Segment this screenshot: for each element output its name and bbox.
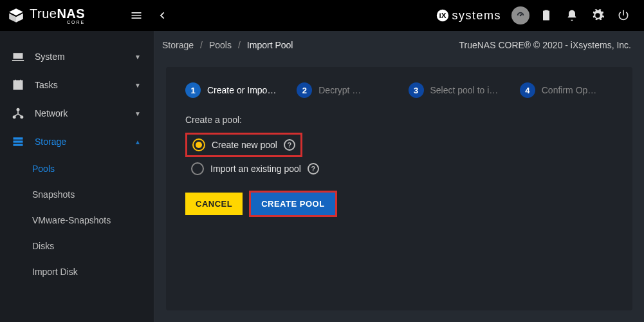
- sidebar: System ▼ Tasks ▼ Network ▼ Storage ▲ Poo…: [0, 31, 154, 322]
- chevron-left-icon: [157, 10, 167, 21]
- copyright-text: TrueNAS CORE® © 2020 - iXsystems, Inc.: [459, 40, 631, 50]
- truenas-logo-icon: [8, 7, 24, 24]
- sidebar-item-label: Tasks: [35, 80, 124, 90]
- breadcrumb-pools[interactable]: Pools: [209, 40, 232, 50]
- network-icon: [12, 107, 24, 120]
- step-badge: 1: [185, 82, 201, 98]
- notifications-button[interactable]: [559, 3, 585, 28]
- step-3[interactable]: 3 Select pool to i…: [409, 82, 502, 98]
- clipboard-icon: [540, 9, 553, 22]
- clipboard-button[interactable]: [533, 3, 559, 28]
- step-label: Confirm Op…: [542, 85, 597, 95]
- sidebar-subitem-vmware-snapshots[interactable]: VMware-Snapshots: [0, 207, 154, 233]
- chevron-down-icon: ▼: [134, 110, 141, 117]
- sidebar-item-label: Storage: [35, 137, 124, 147]
- back-button[interactable]: [149, 3, 175, 28]
- sidebar-item-network[interactable]: Network ▼: [0, 99, 154, 128]
- step-badge: 2: [297, 82, 312, 98]
- step-4[interactable]: 4 Confirm Op…: [520, 82, 613, 98]
- dashboard-button[interactable]: [508, 3, 533, 28]
- section-label: Create a pool:: [185, 115, 613, 125]
- brand-logo[interactable]: TrueNAS CORE: [8, 6, 85, 24]
- breadcrumb: Storage / Pools / Import Pool: [162, 40, 293, 50]
- step-badge: 3: [409, 82, 424, 98]
- main-content: Storage / Pools / Import Pool TrueNAS CO…: [154, 31, 644, 322]
- radio-input[interactable]: [191, 162, 204, 175]
- svg-point-5: [17, 108, 20, 111]
- ixsystems-logo[interactable]: iX systems: [436, 9, 501, 23]
- highlight-create-pool-button: CREATE POOL: [249, 191, 336, 217]
- highlight-create-option: Create new pool ?: [185, 133, 302, 157]
- sidebar-item-tasks[interactable]: Tasks ▼: [0, 71, 154, 99]
- storage-icon: [12, 135, 24, 148]
- sidebar-subitem-disks[interactable]: Disks: [0, 233, 154, 259]
- cancel-button[interactable]: CANCEL: [185, 193, 243, 215]
- step-label: Create or Impor…: [207, 85, 279, 95]
- breadcrumb-separator: /: [238, 40, 241, 50]
- step-1[interactable]: 1 Create or Impor…: [185, 82, 279, 98]
- calendar-icon: [12, 79, 24, 91]
- bell-icon: [566, 9, 578, 22]
- radio-label: Import an existing pool: [210, 164, 301, 174]
- power-icon: [617, 9, 630, 22]
- svg-rect-10: [14, 144, 23, 146]
- svg-rect-9: [14, 140, 23, 142]
- sidebar-subitem-pools[interactable]: Pools: [0, 156, 154, 182]
- radio-group: Create new pool ? Import an existing poo…: [185, 133, 613, 178]
- breadcrumb-separator: /: [200, 40, 203, 50]
- brand-text: TrueNAS CORE: [30, 6, 85, 24]
- breadcrumb-import-pool: Import Pool: [247, 40, 293, 50]
- topbar-actions: [508, 3, 636, 28]
- sidebar-item-system[interactable]: System ▼: [0, 43, 154, 71]
- breadcrumb-row: Storage / Pools / Import Pool TrueNAS CO…: [154, 31, 644, 59]
- create-pool-button[interactable]: CREATE POOL: [251, 193, 335, 215]
- sidebar-item-label: System: [35, 52, 124, 62]
- ix-logo-icon: iX: [436, 9, 449, 22]
- wizard-card: 1 Create or Impor… 2 Decrypt … 3 Select …: [166, 67, 632, 310]
- step-2[interactable]: 2 Decrypt …: [297, 82, 390, 98]
- step-badge: 4: [520, 82, 535, 98]
- topbar: TrueNAS CORE iX systems: [0, 0, 644, 31]
- svg-text:iX: iX: [439, 11, 446, 19]
- menu-toggle-button[interactable]: [124, 3, 149, 28]
- gauge-icon: [511, 6, 529, 24]
- radio-input[interactable]: [192, 138, 205, 151]
- radio-label: Create new pool: [212, 140, 277, 150]
- step-label: Decrypt …: [318, 85, 361, 95]
- radio-create-new-pool[interactable]: Create new pool ?: [191, 136, 297, 154]
- radio-import-existing-pool[interactable]: Import an existing pool ?: [185, 160, 613, 178]
- power-button[interactable]: [611, 3, 636, 28]
- ixsystems-text: systems: [452, 9, 501, 23]
- svg-rect-8: [14, 137, 23, 139]
- chevron-down-icon: ▼: [134, 82, 141, 89]
- chevron-up-icon: ▲: [134, 138, 141, 146]
- laptop-icon: [12, 50, 24, 63]
- hamburger-icon: [130, 9, 143, 22]
- step-label: Select pool to i…: [430, 85, 499, 95]
- help-icon[interactable]: ?: [308, 163, 319, 175]
- chevron-down-icon: ▼: [134, 53, 141, 61]
- stepper: 1 Create or Impor… 2 Decrypt … 3 Select …: [185, 82, 613, 98]
- help-icon[interactable]: ?: [284, 139, 295, 151]
- sidebar-subitem-import-disk[interactable]: Import Disk: [0, 259, 154, 285]
- button-row: CANCEL CREATE POOL: [185, 191, 613, 217]
- breadcrumb-storage[interactable]: Storage: [162, 40, 194, 50]
- gear-icon: [591, 8, 605, 23]
- sidebar-item-storage[interactable]: Storage ▲: [0, 128, 154, 156]
- sidebar-subitem-snapshots[interactable]: Snapshots: [0, 182, 154, 207]
- sidebar-item-label: Network: [35, 108, 124, 118]
- settings-button[interactable]: [585, 3, 611, 28]
